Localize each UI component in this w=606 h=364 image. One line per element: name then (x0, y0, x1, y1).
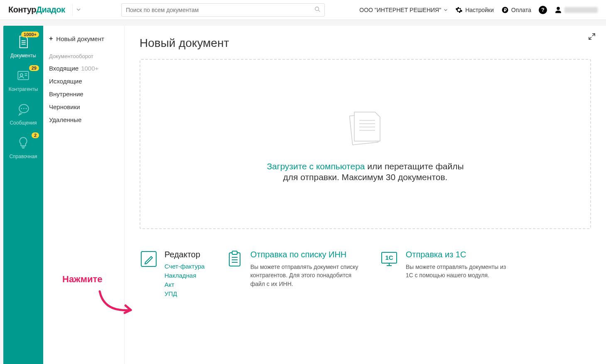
logo-group: КонтурДиадок (8, 4, 116, 16)
settings-link[interactable]: Настройки (455, 6, 494, 14)
chevron-down-icon (444, 8, 448, 12)
new-doc-label: Новый документ (56, 35, 104, 42)
subnav: + Новый документ Документооборот Входящи… (43, 26, 125, 364)
inn-card: Отправка по списку ИНН Вы можете отправл… (226, 250, 358, 297)
sidebar-label: Контрагенты (9, 86, 38, 92)
sidebar-badge: 1000+ (21, 32, 39, 37)
editor-title: Редактор (164, 250, 205, 259)
subnav-label: Удаленные (49, 116, 81, 123)
subnav-inbox[interactable]: Входящие 1000+ (43, 62, 124, 75)
lightbulb-icon (16, 136, 30, 151)
sidebar-label: Справочная (9, 154, 37, 159)
svg-line-1 (319, 10, 320, 12)
svg-text:₽: ₽ (503, 7, 506, 12)
sidebar-badge: 29 (29, 65, 39, 71)
settings-label: Настройки (465, 7, 494, 13)
contacts-icon (16, 68, 30, 84)
search-box[interactable] (121, 3, 325, 17)
editor-link-invoice[interactable]: Счет-фактура (164, 263, 205, 270)
user-name-redacted (564, 7, 598, 13)
upload-link[interactable]: Загрузите с компьютера (267, 161, 365, 171)
clipboard-icon (226, 250, 244, 297)
onec-card: 1С Отправка из 1С Вы можете отправлять д… (379, 250, 512, 297)
subnav-label: Входящие (49, 65, 79, 72)
svg-point-6 (21, 108, 22, 109)
subnav-deleted[interactable]: Удаленные (43, 113, 124, 126)
brand-part2: Диадок (36, 5, 65, 14)
editor-icon (140, 250, 158, 297)
brand-logo[interactable]: КонтурДиадок (8, 5, 65, 15)
sidebar-item-messages[interactable]: Сообщения (3, 96, 43, 130)
onec-desc: Вы можете отправлять документы из 1С с п… (406, 263, 512, 280)
plus-icon: + (49, 35, 53, 42)
onec-title[interactable]: Отправка из 1С (406, 250, 512, 259)
gear-icon (455, 6, 463, 14)
topbar: КонтурДиадок ООО "ИНТЕРНЕТ РЕШЕНИЯ" Наст… (0, 0, 606, 20)
org-name: ООО "ИНТЕРНЕТ РЕШЕНИЯ" (359, 7, 441, 13)
svg-rect-15 (232, 251, 237, 254)
dropzone-line-1: Загрузите с компьютера или перетащите фа… (267, 161, 464, 171)
user-icon (554, 6, 562, 14)
subnav-label: Исходящие (49, 78, 82, 85)
ruble-icon: ₽ (501, 6, 509, 14)
svg-text:1С: 1С (385, 254, 393, 261)
sidebar-item-help[interactable]: 2 Справочная (3, 130, 43, 164)
org-selector[interactable]: ООО "ИНТЕРНЕТ РЕШЕНИЯ" (359, 7, 448, 13)
dropzone-text-rest: или перетащите файлы (365, 161, 464, 171)
sidebar-item-contragents[interactable]: 29 Контрагенты (3, 63, 43, 96)
subnav-count: 1000+ (81, 65, 98, 72)
payment-link[interactable]: ₽ Оплата (501, 6, 531, 14)
sidebar-label: Документы (10, 53, 36, 59)
subnav-label: Черновики (49, 103, 80, 110)
user-menu[interactable] (554, 6, 598, 14)
help-icon[interactable]: ? (539, 6, 547, 14)
subnav-section-heading: Документооборот (43, 51, 124, 62)
editor-link-act[interactable]: Акт (164, 281, 205, 288)
editor-link-waybill[interactable]: Накладная (164, 272, 205, 279)
inn-title[interactable]: Отправка по списку ИНН (250, 250, 358, 259)
inn-desc: Вы можете отправлять документ списку кон… (250, 263, 358, 288)
editor-card: Редактор Счет-фактура Накладная Акт УПД (140, 250, 205, 297)
subnav-internal[interactable]: Внутренние (43, 88, 124, 100)
new-document-button[interactable]: + Новый документ (43, 32, 124, 46)
actions-row: Редактор Счет-фактура Накладная Акт УПД … (140, 250, 591, 297)
svg-point-5 (20, 73, 23, 76)
brand-part1: Контур (8, 5, 36, 14)
dropzone-line-2: для отправки. Максимум 30 документов. (283, 172, 448, 182)
sidebar: 1000+ Документы 29 Контрагенты Сообщения… (3, 26, 43, 364)
page-title: Новый документ (140, 37, 591, 50)
main-layout: 1000+ Документы 29 Контрагенты Сообщения… (0, 20, 606, 364)
content-area: Новый документ Загрузите с компьютера ил… (125, 26, 606, 364)
sidebar-badge: 2 (32, 132, 39, 138)
sidebar-item-documents[interactable]: 1000+ Документы (3, 29, 43, 63)
expand-icon[interactable] (589, 33, 595, 41)
subnav-outbox[interactable]: Исходящие (43, 75, 124, 88)
sidebar-label: Сообщения (10, 120, 37, 126)
topbar-right: ООО "ИНТЕРНЕТ РЕШЕНИЯ" Настройки ₽ Оплат… (359, 6, 598, 14)
brand-chevron-icon[interactable] (72, 4, 84, 16)
monitor-1c-icon: 1С (379, 250, 399, 297)
svg-point-0 (315, 7, 319, 11)
upload-dropzone[interactable]: Загрузите с компьютера или перетащите фа… (140, 59, 591, 229)
svg-point-7 (23, 108, 25, 109)
svg-point-8 (26, 108, 27, 109)
search-icon[interactable] (314, 6, 320, 13)
chat-icon (16, 102, 30, 117)
documents-stack-icon (343, 106, 388, 153)
subnav-label: Внутренние (49, 90, 83, 98)
editor-link-upd[interactable]: УПД (164, 290, 205, 297)
search-input[interactable] (126, 7, 314, 13)
subnav-drafts[interactable]: Черновики (43, 100, 124, 113)
payment-label: Оплата (511, 7, 531, 13)
